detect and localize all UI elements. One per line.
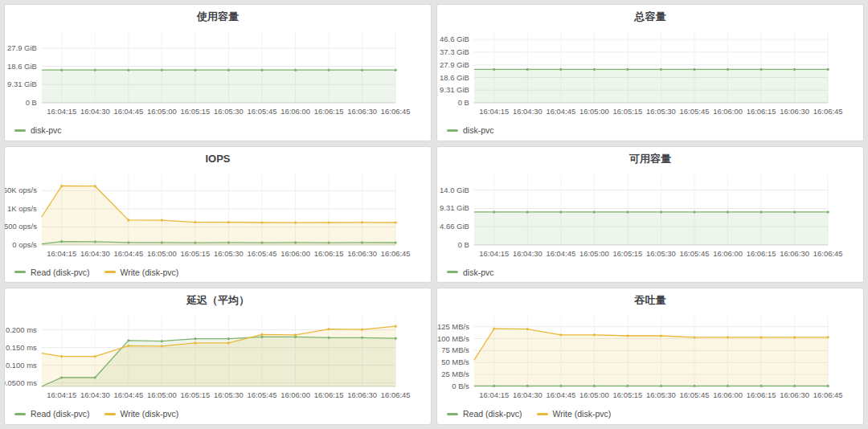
data-point <box>559 210 562 213</box>
panel-title[interactable]: IOPS <box>5 147 431 168</box>
x-axis-label: 16:05:15 <box>181 107 211 116</box>
data-point <box>526 68 529 71</box>
y-axis-label: 100 MB/s <box>437 334 469 343</box>
x-axis-label: 16:06:15 <box>314 390 344 399</box>
data-point <box>260 333 263 336</box>
data-point <box>760 337 762 339</box>
data-point <box>194 241 196 243</box>
data-point <box>626 68 628 71</box>
x-axis-label: 16:04:45 <box>113 249 143 258</box>
x-axis-label: 16:05:00 <box>147 249 177 258</box>
area-fill <box>42 70 395 103</box>
chart-canvas[interactable]: 0 B9.31 GiB18.6 GiB27.9 GiB37.3 GiB46.6 … <box>437 26 863 125</box>
data-point <box>327 337 330 339</box>
panel-title[interactable]: 吞吐量 <box>437 288 863 309</box>
data-point <box>526 385 529 387</box>
x-axis-label: 16:06:30 <box>347 107 377 116</box>
data-point <box>260 69 263 72</box>
legend-item[interactable]: Write (disk-pvc) <box>104 268 179 277</box>
legend-item[interactable]: Read (disk-pvc) <box>14 268 90 277</box>
data-point <box>161 345 163 348</box>
data-point <box>793 68 796 71</box>
data-point <box>194 69 196 72</box>
data-point <box>626 385 628 387</box>
data-point <box>593 334 596 337</box>
panel-5: 延迟（平均） 0.0500 ms0.100 ms0.150 ms0.200 ms… <box>4 288 432 425</box>
panel-title[interactable]: 总容量 <box>437 5 863 26</box>
y-axis-label: 9.31 GiB <box>7 80 37 88</box>
chart-canvas[interactable]: 0 B4.66 GiB9.31 GiB14.0 GiB16:04:1516:04… <box>437 168 863 268</box>
data-point <box>127 241 129 243</box>
panel-3: IOPS 0 ops/s500 ops/s1K ops/s1.50K ops/s… <box>4 146 432 284</box>
legend-item[interactable]: Read (disk-pvc) <box>447 409 522 419</box>
data-point <box>693 68 695 71</box>
legend: Read (disk-pvc)Write (disk-pvc) <box>437 409 863 422</box>
x-axis-label: 16:06:30 <box>780 107 809 116</box>
panel-title[interactable]: 延迟（平均） <box>5 288 431 309</box>
x-axis-label: 16:04:15 <box>47 390 76 399</box>
x-axis-label: 16:04:45 <box>113 107 143 116</box>
x-axis-label: 16:04:30 <box>80 249 110 258</box>
data-point <box>395 69 397 72</box>
chart-canvas[interactable]: 0 B/s25 MB/s50 MB/s75 MB/s100 MB/s125 MB… <box>437 309 863 409</box>
x-axis-label: 16:04:15 <box>479 390 509 399</box>
data-point <box>294 221 297 223</box>
x-axis-label: 16:06:00 <box>280 249 310 258</box>
x-axis-label: 16:05:45 <box>680 390 710 399</box>
data-point <box>727 210 729 213</box>
y-axis-label: 1.50K ops/s <box>5 186 37 194</box>
y-axis-label: 0.100 ms <box>6 361 37 370</box>
data-point <box>593 385 596 387</box>
x-axis-label: 16:06:00 <box>713 107 743 116</box>
x-axis-label: 16:06:30 <box>347 390 377 399</box>
data-point <box>294 334 297 337</box>
panel-title[interactable]: 使用容量 <box>5 5 431 26</box>
x-axis-label: 16:05:15 <box>613 249 643 258</box>
chart-canvas[interactable]: 0 ops/s500 ops/s1K ops/s1.50K ops/s16:04… <box>5 168 431 268</box>
data-point <box>395 241 397 243</box>
legend-item[interactable]: disk-pvc <box>14 125 62 135</box>
legend: disk-pvc <box>437 125 863 138</box>
legend-item[interactable]: Read (disk-pvc) <box>14 409 90 419</box>
legend-item[interactable]: Write (disk-pvc) <box>104 409 179 419</box>
data-point <box>361 221 363 223</box>
data-point <box>395 221 397 223</box>
x-axis-label: 16:05:00 <box>579 249 609 258</box>
legend-label: Write (disk-pvc) <box>553 409 612 419</box>
data-point <box>327 221 330 223</box>
y-axis-label: 0 B <box>458 240 469 249</box>
data-point <box>161 340 163 342</box>
legend-item[interactable]: disk-pvc <box>447 125 494 135</box>
x-axis-label: 16:04:45 <box>113 390 143 399</box>
x-axis-label: 16:06:30 <box>347 249 377 258</box>
data-point <box>161 69 163 72</box>
data-point <box>526 210 529 213</box>
data-point <box>327 69 330 72</box>
x-axis-label: 16:04:15 <box>47 107 76 116</box>
data-point <box>94 69 96 72</box>
panel-4: 可用容量 0 B4.66 GiB9.31 GiB14.0 GiB16:04:15… <box>436 146 864 284</box>
chart-canvas[interactable]: 0 B9.31 GiB18.6 GiB27.9 GiB16:04:1516:04… <box>5 26 431 125</box>
data-point <box>127 340 129 342</box>
panel-title[interactable]: 可用容量 <box>437 147 863 168</box>
x-axis-label: 16:06:15 <box>747 107 776 116</box>
data-point <box>260 241 263 243</box>
data-point <box>94 355 96 358</box>
series-color-icon <box>104 413 116 415</box>
data-point <box>760 68 762 71</box>
chart-canvas[interactable]: 0.0500 ms0.100 ms0.150 ms0.200 ms16:04:1… <box>5 309 431 409</box>
data-point <box>127 69 129 72</box>
x-axis-label: 16:05:45 <box>248 249 277 258</box>
data-point <box>260 221 263 223</box>
x-axis-label: 16:05:15 <box>613 390 643 399</box>
series-color-icon <box>14 413 26 415</box>
legend-item[interactable]: disk-pvc <box>447 268 494 277</box>
data-point <box>260 336 263 338</box>
legend-item[interactable]: Write (disk-pvc) <box>537 409 612 419</box>
x-axis-label: 16:04:15 <box>47 249 76 258</box>
data-point <box>361 241 363 243</box>
x-axis-label: 16:06:00 <box>280 107 310 116</box>
y-axis-label: 9.31 GiB <box>440 85 469 94</box>
data-point <box>227 69 230 72</box>
data-point <box>660 335 662 337</box>
